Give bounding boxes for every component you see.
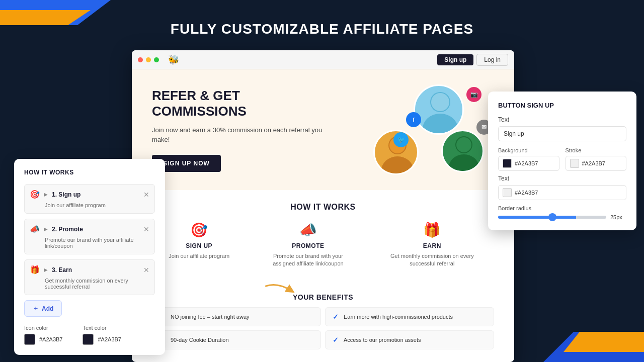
hiw-item-signup: 🎯 ▶ 1. Sign up ✕ Join our affiliate prog… bbox=[24, 184, 155, 214]
bsu-text2-color-row[interactable]: #A2A3B7 bbox=[498, 185, 626, 200]
browser-login-button[interactable]: Log in bbox=[476, 54, 508, 66]
bsu-bg-col: Background #A2A3B7 bbox=[498, 147, 559, 171]
bsu-slider-section: Border radius 25px bbox=[498, 205, 626, 220]
hiw-add-plus-icon: ＋ bbox=[33, 304, 39, 313]
step-earn-icon: 🎁 bbox=[387, 222, 477, 238]
steps-row: 🎯 SIGN UP Join our affiliate program 📣 P… bbox=[152, 222, 494, 268]
step-earn: 🎁 EARN Get monthly commission on every s… bbox=[387, 222, 477, 268]
hiw-item-signup-close[interactable]: ✕ bbox=[143, 191, 149, 199]
svg-point-7 bbox=[449, 154, 479, 172]
hiw-item-earn-header: 🎁 ▶ 3. Earn ✕ bbox=[30, 265, 149, 275]
hiw-item-signup-expand-icon[interactable]: ▶ bbox=[44, 192, 48, 197]
hiw-item-promote-expand-icon[interactable]: ▶ bbox=[44, 226, 48, 232]
benefit-text-2: Earn more with high-commissioned product… bbox=[344, 314, 453, 320]
browser-navbar: 🐝 Sign up Log in bbox=[132, 50, 514, 69]
step-signup-label: SIGN UP bbox=[169, 242, 229, 249]
svg-point-4 bbox=[381, 156, 414, 175]
hiw-item-promote: 📣 ▶ 2. Promote ✕ Promote our brand with … bbox=[24, 219, 155, 254]
facebook-icon: f bbox=[406, 112, 421, 127]
hiw-item-signup-name: 1. Sign up bbox=[52, 191, 139, 198]
benefit-text-3: 90-day Cookie Duration bbox=[171, 337, 229, 343]
bsu-text2-swatch[interactable] bbox=[503, 188, 512, 197]
avatar-1 bbox=[414, 84, 464, 135]
bsu-stroke-color-row[interactable]: #A2A3B7 bbox=[566, 156, 627, 171]
hero-title: REFER & GET COMMISSIONS bbox=[152, 88, 323, 119]
benefit-text-1: NO joining fee – start right away bbox=[171, 314, 250, 320]
bsu-bg-stroke-row: Background #A2A3B7 Stroke #A2A3B7 bbox=[498, 147, 626, 171]
bsu-border-radius-label: Border radius bbox=[498, 205, 626, 211]
bsu-text-input[interactable] bbox=[498, 126, 626, 141]
benefits-section: YOUR BENEFITS ✓ NO joining fee – start r… bbox=[132, 288, 514, 357]
step-signup: 🎯 SIGN UP Join our affiliate program bbox=[169, 222, 229, 268]
step-promote-icon: 📣 bbox=[263, 222, 353, 238]
bsu-bg-swatch[interactable] bbox=[503, 159, 512, 168]
hiw-text-color-label: Text color bbox=[83, 325, 121, 331]
page-title: FULLY CUSTOMIZABLE AFFILIATE PAGES bbox=[171, 21, 473, 37]
hiw-panel: HOW IT WORKS 🎯 ▶ 1. Sign up ✕ Join our a… bbox=[14, 159, 165, 355]
hiw-icon-color-label: Icon color bbox=[24, 325, 62, 331]
benefit-item-2: ✓ Earn more with high-commissioned produ… bbox=[325, 307, 494, 326]
hiw-item-earn-icon: 🎁 bbox=[30, 265, 40, 275]
bsu-text2-hex: #A2A3B7 bbox=[515, 190, 538, 196]
hiw-item-signup-icon: 🎯 bbox=[30, 190, 40, 199]
bsu-panel-title: BUTTON SIGN UP bbox=[498, 102, 626, 109]
bsu-text2-label: Text bbox=[498, 175, 626, 182]
hiw-icon-color-group: Icon color #A2A3B7 bbox=[24, 325, 62, 345]
browser-logo-icon: 🐝 bbox=[168, 54, 179, 65]
hiw-item-earn-desc: Get monthly commission on every successf… bbox=[30, 278, 149, 290]
bsu-bg-color-row[interactable]: #A2A3B7 bbox=[498, 156, 559, 171]
hiw-text-color-swatch[interactable] bbox=[83, 334, 94, 345]
avatar-3 bbox=[441, 130, 484, 172]
hiw-item-promote-icon: 📣 bbox=[30, 224, 40, 234]
browser-mockup: 🐝 Sign up Log in REFER & GET COMMISSIONS… bbox=[132, 50, 514, 362]
hero-content: REFER & GET COMMISSIONS Join now and ear… bbox=[152, 88, 323, 172]
benefits-grid: ✓ NO joining fee – start right away ✓ Ea… bbox=[152, 307, 494, 349]
benefit-item-3: ✓ 90-day Cookie Duration bbox=[152, 330, 321, 349]
hero-section: REFER & GET COMMISSIONS Join now and ear… bbox=[132, 69, 514, 190]
hiw-add-button[interactable]: ＋ Add bbox=[24, 300, 62, 317]
hiw-icon-color-row: #A2A3B7 bbox=[24, 334, 62, 345]
hiw-text-color-hex: #A2A3B7 bbox=[98, 336, 121, 342]
how-it-works-title: HOW IT WORKS bbox=[152, 203, 494, 212]
hiw-item-signup-header: 🎯 ▶ 1. Sign up ✕ bbox=[30, 190, 149, 199]
step-signup-icon: 🎯 bbox=[169, 222, 229, 238]
browser-dot-green bbox=[154, 57, 159, 62]
how-it-works-section: HOW IT WORKS 🎯 SIGN UP Join our affiliat… bbox=[132, 190, 514, 288]
bsu-stroke-col: Stroke #A2A3B7 bbox=[566, 147, 627, 171]
benefit-item-1: ✓ NO joining fee – start right away bbox=[152, 307, 321, 326]
hiw-add-label: Add bbox=[42, 305, 53, 312]
bsu-border-radius-value: 25px bbox=[610, 214, 626, 220]
step-earn-desc: Get monthly commission on every successf… bbox=[387, 252, 477, 268]
hero-avatars: 📷 🐦 f ✉ bbox=[373, 84, 494, 175]
hiw-item-earn-close[interactable]: ✕ bbox=[143, 266, 149, 274]
bsu-panel: BUTTON SIGN UP Text Background #A2A3B7 S… bbox=[488, 92, 636, 230]
benefit-check-2: ✓ bbox=[333, 313, 339, 321]
svg-point-2 bbox=[431, 93, 449, 111]
hiw-item-earn: 🎁 ▶ 3. Earn ✕ Get monthly commission on … bbox=[24, 259, 155, 295]
browser-signup-button[interactable]: Sign up bbox=[437, 54, 473, 65]
hiw-icon-color-swatch[interactable] bbox=[24, 334, 35, 345]
bsu-stroke-label: Stroke bbox=[566, 147, 627, 153]
hiw-item-earn-expand-icon[interactable]: ▶ bbox=[44, 267, 48, 273]
instagram-icon: 📷 bbox=[466, 87, 481, 102]
benefit-check-4: ✓ bbox=[333, 336, 339, 344]
bsu-slider-row: 25px bbox=[498, 214, 626, 220]
hiw-panel-title: HOW IT WORKS bbox=[24, 169, 155, 176]
hiw-item-promote-name: 2. Promote bbox=[52, 226, 139, 233]
bsu-bg-label: Background bbox=[498, 147, 559, 153]
hiw-text-color-row: #A2A3B7 bbox=[83, 334, 121, 345]
step-promote-label: PROMOTE bbox=[263, 242, 353, 249]
hero-description: Join now and earn a 30% commission on ea… bbox=[152, 125, 323, 145]
browser-dot-red bbox=[138, 57, 143, 62]
step-promote-desc: Promote our brand with your assigned aff… bbox=[263, 252, 353, 268]
benefit-text-4: Access to our promotion assets bbox=[344, 337, 421, 343]
hiw-item-signup-desc: Join our affiliate program bbox=[30, 202, 149, 208]
hiw-item-promote-close[interactable]: ✕ bbox=[143, 225, 149, 233]
svg-point-8 bbox=[456, 137, 471, 152]
bsu-border-radius-slider[interactable] bbox=[498, 216, 606, 219]
step-signup-desc: Join our affiliate program bbox=[169, 252, 229, 260]
step-promote: 📣 PROMOTE Promote our brand with your as… bbox=[263, 222, 353, 268]
hiw-icon-color-hex: #A2A3B7 bbox=[39, 336, 62, 342]
bsu-stroke-swatch[interactable] bbox=[570, 159, 579, 168]
hiw-item-promote-header: 📣 ▶ 2. Promote ✕ bbox=[30, 224, 149, 234]
